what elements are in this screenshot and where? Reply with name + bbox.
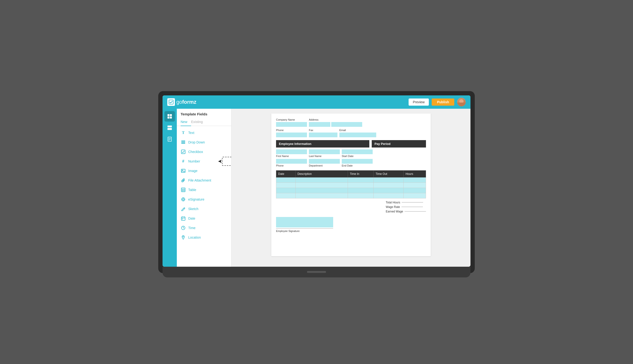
cell[interactable] xyxy=(276,177,296,182)
field-item-esig[interactable]: eSignature xyxy=(177,194,231,204)
field-item-table[interactable]: Table xyxy=(177,185,231,194)
field-item-location[interactable]: Location xyxy=(177,233,231,242)
svg-rect-6 xyxy=(168,128,172,130)
wage-rate-label: Wage Rate xyxy=(386,205,400,209)
phone2-label: Phone xyxy=(276,164,307,167)
field-item-date[interactable]: Date xyxy=(177,214,231,223)
cell[interactable] xyxy=(295,193,348,198)
svg-line-36 xyxy=(183,228,184,228)
svg-point-23 xyxy=(182,199,184,200)
company-name-field[interactable] xyxy=(276,122,307,127)
table-icon xyxy=(180,187,186,192)
cell[interactable] xyxy=(276,188,296,193)
cell[interactable] xyxy=(348,193,374,198)
laptop-screen: goformz Preview Publish xyxy=(162,96,470,267)
topbar-actions: Preview Publish xyxy=(408,98,466,106)
field-item-time[interactable]: Time xyxy=(177,223,231,233)
topbar: goformz Preview Publish xyxy=(162,96,470,109)
sidebar-icon-layout[interactable] xyxy=(164,122,175,133)
field-item-text[interactable]: T Text xyxy=(177,128,231,138)
logo-icon xyxy=(167,98,175,106)
wage-rate-line xyxy=(402,207,423,207)
field-label-location: Location xyxy=(188,236,201,239)
cell[interactable] xyxy=(374,177,404,182)
col-desc: Description xyxy=(295,170,348,177)
earned-wage-line xyxy=(404,211,426,212)
total-hours-line xyxy=(402,202,423,202)
field-item-number[interactable]: # Number ➤ xyxy=(177,156,231,166)
svg-point-37 xyxy=(183,236,184,237)
field-item-checkbox[interactable]: Checkbox xyxy=(177,147,231,156)
cell[interactable] xyxy=(404,177,426,182)
field-item-dropdown[interactable]: Drop Down xyxy=(177,138,231,147)
cell[interactable] xyxy=(374,193,404,198)
cell[interactable] xyxy=(374,188,404,193)
time-icon xyxy=(180,225,186,230)
fax-field[interactable] xyxy=(309,132,338,137)
field-item-sketch[interactable]: Sketch xyxy=(177,204,231,214)
laptop-frame: goformz Preview Publish xyxy=(158,91,475,273)
earned-wage-label: Earned Wage xyxy=(386,210,403,213)
start-date-label: Start Date xyxy=(342,155,373,158)
cell[interactable] xyxy=(348,177,374,182)
col-hours: Hours xyxy=(404,170,426,177)
cell[interactable] xyxy=(404,193,426,198)
sidebar-icon-pages[interactable] xyxy=(164,134,175,144)
employee-signature-label: Employee Signature xyxy=(276,230,426,232)
section-pay-period: Pay Period xyxy=(372,140,426,148)
start-date-input[interactable] xyxy=(342,150,373,154)
cell[interactable] xyxy=(276,193,296,198)
cell[interactable] xyxy=(295,188,348,193)
laptop-base xyxy=(162,267,470,278)
phone2-input[interactable] xyxy=(276,159,307,164)
svg-rect-14 xyxy=(181,150,185,154)
end-date-label: End Date xyxy=(342,164,373,167)
first-name-input[interactable] xyxy=(276,150,307,154)
sidebar-icon-templates[interactable] xyxy=(164,111,175,122)
fields-panel: Template Fields New Existing T Text xyxy=(177,109,232,267)
timesheet-table: Date Description Time In Time Out Hours xyxy=(276,170,426,198)
field-label-dropdown: Drop Down xyxy=(188,140,205,144)
logo: goformz xyxy=(167,98,196,106)
signature-field[interactable] xyxy=(276,217,333,228)
tab-new[interactable]: New xyxy=(180,118,191,126)
table-row xyxy=(276,188,426,193)
laptop-notch xyxy=(307,271,326,273)
field-label-image: Image xyxy=(188,169,198,173)
phone-label: Phone xyxy=(276,129,307,132)
cell[interactable] xyxy=(374,182,404,188)
text-icon: T xyxy=(180,130,186,135)
field-item-image[interactable]: Image xyxy=(177,166,231,176)
field-item-file[interactable]: File Attachment xyxy=(177,176,231,185)
tab-existing[interactable]: Existing xyxy=(191,118,206,126)
svg-rect-12 xyxy=(181,142,185,142)
preview-button[interactable]: Preview xyxy=(408,98,429,106)
publish-button[interactable]: Publish xyxy=(432,98,454,106)
email-field[interactable] xyxy=(339,132,376,137)
cell[interactable] xyxy=(404,188,426,193)
cell[interactable] xyxy=(295,182,348,188)
phone-field[interactable] xyxy=(276,132,307,137)
svg-rect-13 xyxy=(181,143,185,144)
address-field-2[interactable] xyxy=(331,122,362,127)
svg-rect-11 xyxy=(181,140,185,141)
field-label-checkbox: Checkbox xyxy=(188,150,203,154)
svg-rect-33 xyxy=(182,219,183,219)
cell[interactable] xyxy=(295,177,348,182)
drag-cursor: ➤ xyxy=(218,158,222,164)
esig-icon xyxy=(180,197,186,202)
field-label-esig: eSignature xyxy=(188,198,204,201)
col-date: Date xyxy=(276,170,296,177)
section-employee: Employee Information xyxy=(276,140,369,148)
end-date-input[interactable] xyxy=(342,159,373,164)
address-field-1[interactable] xyxy=(309,122,330,127)
last-name-input[interactable] xyxy=(309,150,340,154)
department-input[interactable] xyxy=(309,159,340,164)
cell[interactable] xyxy=(348,188,374,193)
cell[interactable] xyxy=(348,182,374,188)
cell[interactable] xyxy=(404,182,426,188)
dropdown-icon xyxy=(180,140,186,145)
cell[interactable] xyxy=(276,182,296,188)
form-page: Company Name Address xyxy=(271,114,431,256)
svg-line-28 xyxy=(184,208,184,209)
